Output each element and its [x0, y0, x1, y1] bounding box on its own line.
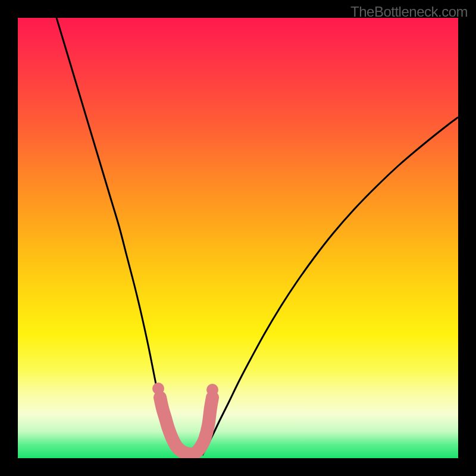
- watermark-label: TheBottleneck.com: [350, 4, 468, 20]
- dot-0: [152, 383, 164, 394]
- series-pink-segment: [160, 397, 212, 454]
- dot-2: [206, 384, 218, 396]
- chart-frame: TheBottleneck.com: [0, 0, 476, 476]
- dot-1: [155, 393, 167, 405]
- plot-area: [18, 18, 458, 458]
- series-right-curve: [202, 117, 458, 455]
- curve-layer: [18, 18, 458, 458]
